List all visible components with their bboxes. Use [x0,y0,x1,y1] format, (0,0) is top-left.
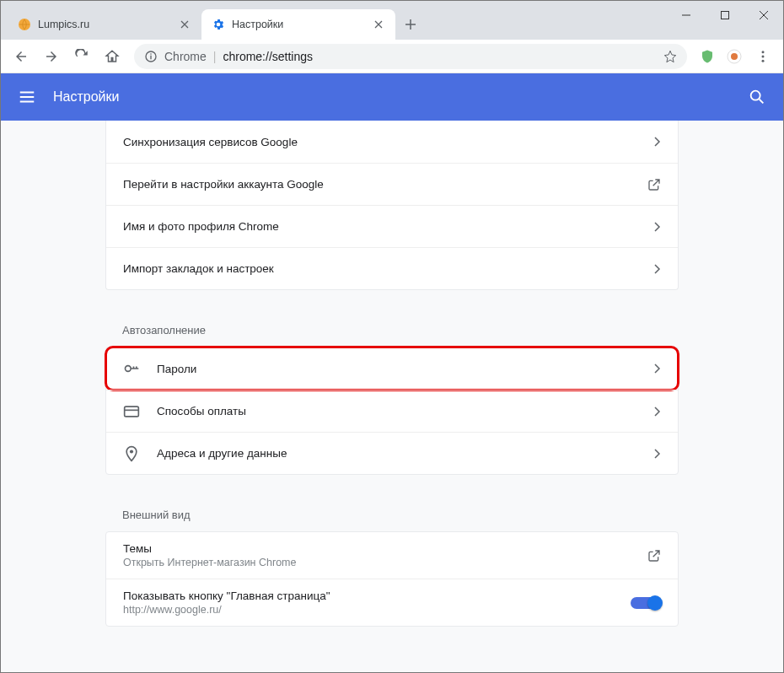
row-themes[interactable]: Темы Открыть Интернет-магазин Chrome [106,532,678,579]
section-title-autofill: Автозаполнение [105,310,679,347]
extension-generic-icon[interactable] [722,45,746,68]
appearance-card: Темы Открыть Интернет-магазин Chrome Пок… [105,531,679,627]
tab-strip: Lumpics.ru Настройки [1,1,667,40]
svg-point-7 [762,51,765,53]
reload-button[interactable] [68,43,95,70]
gear-icon [212,18,225,31]
row-label: Способы оплаты [157,405,654,417]
external-link-icon [647,549,661,563]
tab-title: Настройки [232,19,365,30]
url-scheme: Chrome [164,50,207,63]
chevron-right-icon [654,406,661,417]
chevron-right-icon [654,222,661,232]
svg-point-13 [130,450,133,453]
key-icon [123,360,140,377]
svg-point-4 [150,53,152,55]
settings-title: Настройки [53,89,748,105]
settings-header: Настройки [1,73,783,121]
url-separator: | [213,50,217,63]
chevron-right-icon [654,137,661,147]
row-label: Имя и фото профиля Chrome [123,220,654,233]
nav-toolbar: Chrome | chrome://settings [1,40,783,73]
autofill-card: Пароли Способы оплаты [105,347,679,475]
row-addresses[interactable]: Адреса и другие данные [106,432,678,474]
bookmark-star-icon[interactable] [663,50,677,63]
row-import-bookmarks[interactable]: Импорт закладок и настроек [106,247,678,289]
address-bar[interactable]: Chrome | chrome://settings [134,44,687,69]
titlebar: Lumpics.ru Настройки [1,1,783,40]
row-sublabel: Открыть Интернет-магазин Chrome [123,557,647,568]
account-card: Синхронизация сервисов Google Перейти в … [105,121,679,290]
svg-point-9 [762,59,765,62]
svg-rect-12 [125,406,139,417]
toggle-switch[interactable] [631,597,661,609]
menu-button[interactable] [749,43,776,70]
row-label: Адреса и другие данные [157,447,654,460]
row-passwords[interactable]: Пароли [106,347,678,390]
tab-title: Lumpics.ru [38,19,171,30]
chevron-right-icon [654,363,661,374]
svg-point-11 [126,366,132,372]
svg-point-8 [762,55,765,57]
row-label: Перейти в настройки аккаунта Google [123,178,647,191]
forward-button[interactable] [38,43,65,70]
url-text: chrome://settings [223,50,313,63]
svg-point-10 [751,91,760,100]
external-link-icon [647,178,661,191]
chevron-right-icon [654,264,661,274]
tab-favicon-lumpics [18,18,31,31]
site-info-icon[interactable] [144,50,158,63]
new-tab-button[interactable] [399,13,422,36]
svg-rect-3 [150,55,151,59]
svg-point-6 [731,53,738,60]
content-viewport: Настройки Синхронизация сервисов Google … [1,73,783,672]
row-chrome-profile[interactable]: Имя и фото профиля Chrome [106,205,678,247]
row-payment-methods[interactable]: Способы оплаты [106,390,678,432]
row-google-account-settings[interactable]: Перейти в настройки аккаунта Google [106,163,678,205]
close-icon[interactable] [372,18,385,31]
row-sublabel: http://www.google.ru/ [123,604,631,616]
window-controls [667,1,783,40]
settings-container: Синхронизация сервисов Google Перейти в … [105,121,679,627]
extension-adguard-icon[interactable] [695,45,719,68]
close-window-button[interactable] [744,1,783,30]
browser-window: Lumpics.ru Настройки [0,0,784,673]
settings-body: Синхронизация сервисов Google Перейти в … [1,121,783,672]
section-title-appearance: Внешний вид [105,495,679,531]
settings-page-scroll[interactable]: Настройки Синхронизация сервисов Google … [1,73,783,672]
row-label: Темы [123,542,647,555]
tab-settings[interactable]: Настройки [201,9,395,40]
row-label: Синхронизация сервисов Google [123,136,654,148]
svg-rect-1 [722,12,729,19]
minimize-button[interactable] [667,1,706,30]
home-button[interactable] [99,43,126,70]
row-label: Показывать кнопку "Главная страница" [123,590,631,602]
row-sync-google-services[interactable]: Синхронизация сервисов Google [106,121,678,163]
close-icon[interactable] [178,18,191,31]
row-label: Пароли [157,363,654,375]
hamburger-icon[interactable] [18,88,36,106]
row-show-home-button[interactable]: Показывать кнопку "Главная страница" htt… [106,579,678,626]
location-icon [123,445,140,462]
maximize-button[interactable] [706,1,744,30]
credit-card-icon [123,403,140,420]
search-icon[interactable] [748,88,766,106]
chevron-right-icon [654,449,661,459]
tab-lumpics[interactable]: Lumpics.ru [8,9,201,40]
row-label: Импорт закладок и настроек [123,262,654,275]
back-button[interactable] [8,43,35,70]
